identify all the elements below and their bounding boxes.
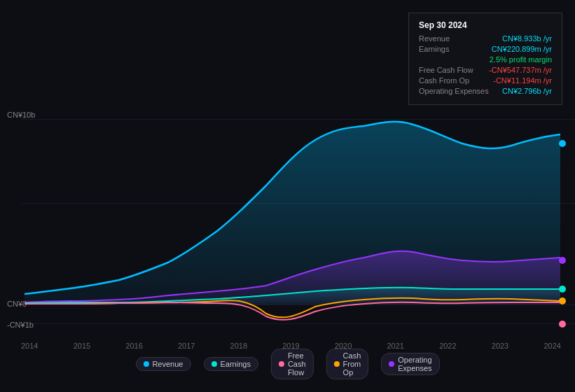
legend-dot-op-exp xyxy=(389,361,394,367)
tooltip-profit-margin-value: 2.5% profit margin xyxy=(490,55,552,64)
legend-revenue[interactable]: Revenue xyxy=(135,357,190,371)
tooltip-cash-from-op: Cash From Op -CN¥11.194m /yr xyxy=(419,76,552,85)
tooltip-cash-from-op-value: -CN¥11.194m /yr xyxy=(493,76,552,85)
tooltip-date: Sep 30 2024 xyxy=(419,20,552,30)
earnings-dot xyxy=(559,286,566,293)
free-cash-flow-dot xyxy=(559,321,566,328)
legend-op-expenses[interactable]: Operating Expenses xyxy=(381,353,439,375)
legend-label-op-exp: Operating Expenses xyxy=(398,356,431,372)
chart-container: CN¥10b CN¥0 -CN¥1b xyxy=(0,0,575,392)
legend-label-revenue: Revenue xyxy=(152,360,183,368)
legend-label-cash-from-op: Cash From Op xyxy=(343,351,361,377)
x-label-2023: 2023 xyxy=(492,342,508,350)
legend-dot-cash-from-op xyxy=(334,361,340,367)
op-exp-dot xyxy=(559,257,566,264)
x-label-2014: 2014 xyxy=(21,342,38,350)
tooltip-fcf-value: -CN¥547.737m /yr xyxy=(489,66,552,74)
x-label-2024: 2024 xyxy=(543,342,560,350)
tooltip-earnings-value: CN¥220.899m /yr xyxy=(492,45,552,53)
tooltip-revenue-value: CN¥8.933b /yr xyxy=(502,34,552,43)
x-label-2022: 2022 xyxy=(439,342,456,350)
legend-dot-revenue xyxy=(143,361,148,367)
tooltip-fcf: Free Cash Flow -CN¥547.737m /yr xyxy=(419,66,552,74)
free-cash-flow-line xyxy=(25,302,560,320)
tooltip: Sep 30 2024 Revenue CN¥8.933b /yr Earnin… xyxy=(408,13,562,105)
legend-dot-earnings xyxy=(211,361,216,367)
tooltip-op-exp-label: Operating Expenses xyxy=(419,87,489,95)
x-label-2015: 2015 xyxy=(74,342,90,350)
tooltip-fcf-label: Free Cash Flow xyxy=(419,66,473,74)
tooltip-revenue-label: Revenue xyxy=(419,34,450,43)
tooltip-revenue: Revenue CN¥8.933b /yr xyxy=(419,34,552,43)
legend-label-earnings: Earnings xyxy=(220,360,250,368)
tooltip-cash-from-op-label: Cash From Op xyxy=(419,76,469,85)
legend-free-cash-flow[interactable]: Free Cash Flow xyxy=(271,349,314,379)
tooltip-earnings: Earnings CN¥220.899m /yr xyxy=(419,45,552,53)
tooltip-op-exp: Operating Expenses CN¥2.796b /yr xyxy=(419,87,552,95)
tooltip-profit-margin: 2.5% profit margin xyxy=(419,55,552,64)
legend-earnings[interactable]: Earnings xyxy=(203,357,258,371)
legend-label-fcf: Free Cash Flow xyxy=(288,351,306,377)
revenue-dot xyxy=(559,140,566,147)
tooltip-op-exp-value: CN¥2.796b /yr xyxy=(502,87,552,95)
cash-from-op-dot xyxy=(559,298,566,304)
legend: Revenue Earnings Free Cash Flow Cash Fro… xyxy=(135,349,439,379)
legend-cash-from-op[interactable]: Cash From Op xyxy=(326,349,369,379)
tooltip-earnings-label: Earnings xyxy=(419,45,449,53)
legend-dot-fcf xyxy=(279,361,284,367)
